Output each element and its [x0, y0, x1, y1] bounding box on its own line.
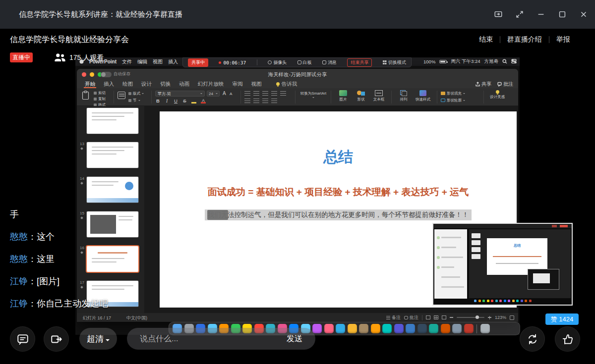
- dock-app-icon[interactable]: [394, 324, 404, 333]
- align-right-icon[interactable]: [262, 99, 268, 104]
- maximize-icon[interactable]: [558, 10, 567, 19]
- tab-home[interactable]: 开始: [84, 80, 96, 88]
- language-indicator[interactable]: 中文(中国): [126, 315, 147, 321]
- whiteboard-button[interactable]: 白板: [298, 59, 312, 66]
- italic-button[interactable]: I: [164, 99, 170, 104]
- fit-to-window-icon[interactable]: [510, 315, 514, 320]
- slideshow-view-icon[interactable]: [442, 315, 446, 319]
- quick-styles-button[interactable]: 快速样式: [413, 90, 433, 102]
- bullet-list-icon[interactable]: [244, 91, 250, 96]
- slide-sorter-view-icon[interactable]: [434, 315, 438, 319]
- dock-app-icon[interactable]: [371, 324, 380, 333]
- notes-toggle[interactable]: 备注: [386, 314, 401, 321]
- tab-transitions[interactable]: 切换: [159, 80, 172, 88]
- dock-app-icon[interactable]: [312, 324, 322, 333]
- dock-app-icon[interactable]: [324, 324, 334, 333]
- tell-me-button[interactable]: 告诉我: [276, 81, 298, 88]
- arrange-button[interactable]: 排列: [395, 90, 412, 102]
- report-button[interactable]: 举报: [556, 35, 570, 44]
- tab-slideshow[interactable]: 幻灯片放映: [197, 80, 225, 88]
- menu-item-view[interactable]: 视图: [153, 58, 163, 65]
- quality-selector[interactable]: 超清: [79, 328, 117, 350]
- end-stream-button[interactable]: 结束: [479, 35, 493, 44]
- copy-button[interactable]: 复制: [94, 97, 106, 102]
- bold-button[interactable]: B: [155, 98, 161, 104]
- grow-font-button[interactable]: A: [223, 91, 226, 96]
- tab-insert[interactable]: 插入: [103, 80, 115, 88]
- align-center-icon[interactable]: [253, 99, 259, 104]
- search-icon[interactable]: [502, 59, 507, 65]
- font-size-select[interactable]: 24: [207, 91, 220, 97]
- dock-trash-icon[interactable]: [480, 324, 490, 333]
- underline-button[interactable]: U: [173, 98, 178, 104]
- share-forward-button[interactable]: [44, 326, 69, 352]
- shrink-font-button[interactable]: A: [230, 92, 232, 96]
- menu-item-insert[interactable]: 插入: [168, 58, 178, 65]
- like-button[interactable]: [555, 326, 580, 352]
- line-spacing-icon[interactable]: [280, 91, 286, 96]
- send-button[interactable]: 发送: [287, 334, 315, 344]
- dock-app-icon[interactable]: [429, 324, 438, 333]
- switch-mode-button[interactable]: 切换模式: [383, 59, 406, 66]
- design-ideas-button[interactable]: 设计灵感: [487, 90, 507, 100]
- convert-smartart-button[interactable]: 转换为SmartArt: [299, 91, 328, 99]
- indent-increase-icon[interactable]: [271, 91, 277, 96]
- fullscreen-icon[interactable]: [515, 10, 524, 19]
- numbered-list-icon[interactable]: [253, 91, 259, 96]
- chat-input[interactable]: [127, 334, 287, 343]
- minimize-icon[interactable]: [536, 10, 545, 19]
- insert-textbox-button[interactable]: 文本框: [370, 90, 387, 102]
- camera-button[interactable]: 摄像头: [268, 59, 287, 66]
- align-left-icon[interactable]: [244, 99, 250, 104]
- new-slide-button[interactable]: [118, 92, 125, 99]
- menu-item-file[interactable]: 文件: [122, 58, 132, 65]
- strikethrough-button[interactable]: S: [182, 98, 187, 104]
- tab-draw[interactable]: 绘图: [121, 80, 134, 88]
- slide-thumbnail-13[interactable]: [87, 142, 138, 168]
- slide-thumbnail-14[interactable]: [87, 177, 138, 203]
- refresh-switch-button[interactable]: [520, 326, 545, 352]
- ppt-comments-button[interactable]: 批注: [497, 81, 513, 88]
- tab-design[interactable]: 设计: [140, 80, 153, 88]
- tab-view[interactable]: 视图: [250, 80, 263, 88]
- minimize-window-button[interactable]: [90, 72, 94, 77]
- dock-app-icon[interactable]: [382, 324, 392, 333]
- messages-button[interactable]: 消息: [322, 59, 337, 66]
- font-family-select[interactable]: 苹方-简: [155, 91, 205, 97]
- close-window-button[interactable]: [82, 72, 86, 77]
- shape-outline-button[interactable]: 形状轮廓: [441, 98, 465, 103]
- dock-app-icon[interactable]: [417, 324, 427, 333]
- cut-button[interactable]: 剪切: [94, 91, 106, 96]
- pip-mode-icon[interactable]: [494, 10, 503, 19]
- dock-app-icon[interactable]: [464, 324, 474, 333]
- dock-app-icon[interactable]: [348, 324, 357, 333]
- dock-app-icon[interactable]: [452, 324, 462, 333]
- pip-preview[interactable]: 总结: [432, 223, 573, 306]
- insert-picture-button[interactable]: 图片: [335, 90, 352, 102]
- comments-toggle[interactable]: 批注: [404, 314, 418, 321]
- dock-app-icon[interactable]: [359, 324, 368, 333]
- control-center-icon[interactable]: [511, 59, 517, 64]
- highlight-color-button[interactable]: [191, 98, 197, 104]
- insert-shapes-button[interactable]: 形状: [353, 90, 369, 102]
- close-icon[interactable]: [579, 10, 588, 19]
- paste-button[interactable]: [82, 91, 89, 101]
- slide-thumbnail-12[interactable]: [87, 108, 138, 134]
- comment-panel-button[interactable]: [10, 326, 35, 352]
- justify-icon[interactable]: [271, 99, 277, 104]
- ppt-share-button[interactable]: 共享: [476, 81, 491, 88]
- indent-decrease-icon[interactable]: [262, 91, 268, 96]
- section-button[interactable]: 节: [128, 98, 144, 103]
- zoom-out-icon[interactable]: [450, 317, 453, 318]
- dock-app-icon[interactable]: [406, 324, 415, 333]
- dock-app-icon[interactable]: [441, 324, 450, 333]
- layout-button[interactable]: 版式: [128, 91, 144, 96]
- shape-fill-button[interactable]: 形状填充: [441, 91, 465, 96]
- tab-animations[interactable]: 动画: [178, 80, 190, 88]
- dock-app-icon[interactable]: [336, 324, 345, 333]
- stop-sharing-button[interactable]: 结束共享: [347, 58, 372, 67]
- menu-item-edit[interactable]: 编辑: [137, 58, 147, 65]
- autosave-toggle[interactable]: [101, 72, 112, 77]
- normal-view-icon[interactable]: [426, 315, 430, 319]
- tab-review[interactable]: 审阅: [232, 80, 244, 88]
